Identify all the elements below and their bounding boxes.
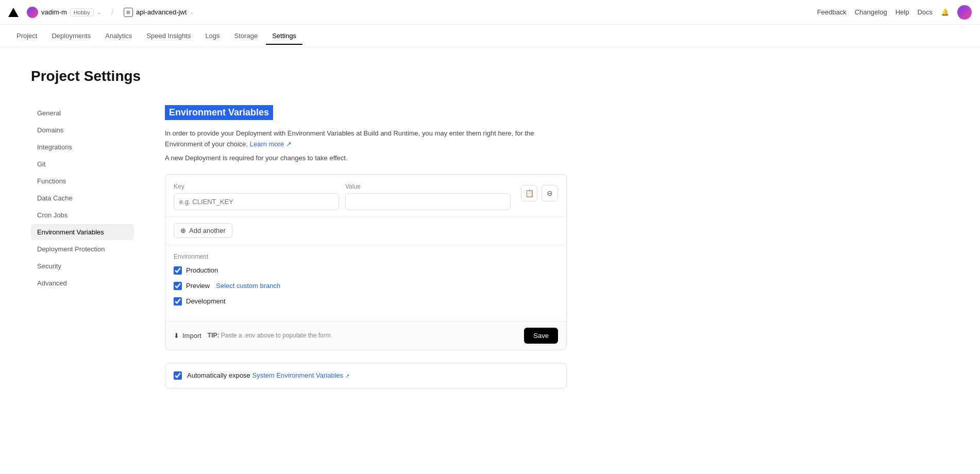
tip-text: TIP: Paste a .env above to populate the … bbox=[208, 332, 518, 339]
paste-icon-button[interactable]: 📋 bbox=[521, 185, 537, 201]
chevron-down-icon: ⌄ bbox=[97, 9, 101, 15]
import-button[interactable]: ⬇ Import bbox=[174, 332, 201, 340]
external-link-icon: ↗ bbox=[345, 373, 349, 379]
key-input[interactable] bbox=[174, 193, 339, 210]
chevron-down-icon-project: ⌄ bbox=[190, 9, 194, 15]
env-var-card: Key Value 📋 bbox=[165, 174, 567, 350]
user-name: vadim-m bbox=[41, 8, 67, 16]
sidebar-item-data-cache[interactable]: Data Cache bbox=[31, 190, 134, 206]
help-link[interactable]: Help bbox=[895, 8, 909, 16]
sidebar-item-general[interactable]: General bbox=[31, 105, 134, 121]
plus-circle-icon: ⊕ bbox=[180, 227, 186, 234]
subnav-item-project[interactable]: Project bbox=[10, 28, 43, 45]
top-bar-left: vadim-m Hobby ⌄ / ⊠ api-advanced-jwt ⌄ bbox=[8, 5, 811, 20]
development-checkbox-row: Development bbox=[174, 297, 558, 306]
user-badge[interactable]: vadim-m Hobby ⌄ bbox=[23, 5, 105, 20]
project-badge[interactable]: ⊠ api-advanced-jwt ⌄ bbox=[120, 6, 198, 19]
value-input[interactable] bbox=[345, 193, 511, 210]
page-content: Project Settings General Domains Integra… bbox=[0, 47, 980, 409]
sidebar-item-functions[interactable]: Functions bbox=[31, 173, 134, 189]
top-bar-right: Feedback Changelog Help Docs 🔔 bbox=[817, 5, 972, 20]
minus-circle-icon: ⊖ bbox=[547, 189, 553, 197]
settings-sidebar: General Domains Integrations Git Functio… bbox=[31, 105, 134, 388]
production-label[interactable]: Production bbox=[174, 266, 218, 275]
env-inputs-row: Key Value 📋 bbox=[165, 175, 566, 217]
learn-more-link[interactable]: Learn more ↗ bbox=[250, 140, 292, 148]
page-title: Project Settings bbox=[31, 68, 949, 84]
sidebar-item-environment-variables[interactable]: Environment Variables bbox=[31, 224, 134, 240]
auto-expose-checkbox[interactable] bbox=[174, 371, 182, 380]
info-note: A new Deployment is required for your ch… bbox=[165, 154, 567, 162]
development-checkbox[interactable] bbox=[174, 297, 182, 306]
custom-branch-link[interactable]: Select custom branch bbox=[216, 282, 280, 290]
user-avatar bbox=[27, 7, 38, 18]
subnav-item-speed-insights[interactable]: Speed Insights bbox=[140, 28, 197, 45]
system-env-link[interactable]: System Environment Variables ↗ bbox=[252, 371, 349, 379]
production-checkbox[interactable] bbox=[174, 266, 182, 275]
env-footer: ⬇ Import TIP: Paste a .env above to popu… bbox=[165, 321, 566, 350]
preview-checkbox[interactable] bbox=[174, 282, 182, 290]
user-avatar-top[interactable] bbox=[957, 5, 972, 20]
hobby-badge: Hobby bbox=[70, 8, 94, 16]
add-another-row: ⊕ Add another bbox=[165, 217, 566, 245]
development-label[interactable]: Development bbox=[174, 297, 226, 306]
environment-label: Environment bbox=[174, 253, 558, 260]
production-checkbox-row: Production bbox=[174, 266, 558, 275]
sub-nav: Project Deployments Analytics Speed Insi… bbox=[0, 25, 980, 47]
key-label: Key bbox=[174, 183, 339, 190]
section-title: Environment Variables bbox=[165, 105, 273, 120]
sidebar-item-deployment-protection[interactable]: Deployment Protection bbox=[31, 241, 134, 257]
notification-bell-icon[interactable]: 🔔 bbox=[941, 8, 949, 16]
preview-label[interactable]: Preview bbox=[174, 282, 210, 290]
auto-expose-text: Automatically expose System Environment … bbox=[187, 371, 349, 379]
remove-icon-button[interactable]: ⊖ bbox=[542, 185, 558, 201]
value-label: Value bbox=[345, 183, 511, 190]
add-another-button[interactable]: ⊕ Add another bbox=[174, 223, 232, 238]
env-value-col: Value bbox=[345, 183, 511, 210]
preview-checkbox-row: Preview Select custom branch bbox=[174, 282, 558, 290]
changelog-link[interactable]: Changelog bbox=[855, 8, 887, 16]
subnav-item-deployments[interactable]: Deployments bbox=[45, 28, 97, 45]
sidebar-item-advanced[interactable]: Advanced bbox=[31, 275, 134, 291]
subnav-item-analytics[interactable]: Analytics bbox=[99, 28, 138, 45]
feedback-button[interactable]: Feedback bbox=[817, 8, 847, 16]
import-icon: ⬇ bbox=[174, 332, 179, 340]
sidebar-item-security[interactable]: Security bbox=[31, 258, 134, 274]
environment-section: Environment Production Preview Select cu… bbox=[165, 245, 566, 321]
docs-link[interactable]: Docs bbox=[917, 8, 933, 16]
subnav-item-storage[interactable]: Storage bbox=[228, 28, 264, 45]
sidebar-item-domains[interactable]: Domains bbox=[31, 122, 134, 138]
external-link-icon: ↗ bbox=[286, 140, 292, 148]
env-actions-col: 📋 ⊖ bbox=[517, 183, 558, 201]
sidebar-item-integrations[interactable]: Integrations bbox=[31, 139, 134, 155]
separator: / bbox=[111, 8, 113, 17]
paste-icon: 📋 bbox=[525, 189, 534, 197]
top-bar: vadim-m Hobby ⌄ / ⊠ api-advanced-jwt ⌄ F… bbox=[0, 0, 980, 25]
subnav-item-settings[interactable]: Settings bbox=[266, 28, 302, 45]
auto-expose-card: Automatically expose System Environment … bbox=[165, 363, 567, 388]
logo-icon[interactable] bbox=[8, 8, 19, 17]
settings-main: Environment Variables In order to provid… bbox=[165, 105, 567, 388]
project-name: api-advanced-jwt bbox=[136, 8, 187, 16]
save-button[interactable]: Save bbox=[524, 328, 558, 344]
section-description: In order to provide your Deployment with… bbox=[165, 128, 567, 150]
sidebar-item-git[interactable]: Git bbox=[31, 156, 134, 172]
subnav-item-logs[interactable]: Logs bbox=[199, 28, 226, 45]
sidebar-item-cron-jobs[interactable]: Cron Jobs bbox=[31, 207, 134, 223]
project-icon: ⊠ bbox=[124, 8, 133, 17]
env-key-col: Key bbox=[174, 183, 339, 210]
settings-layout: General Domains Integrations Git Functio… bbox=[31, 105, 949, 388]
